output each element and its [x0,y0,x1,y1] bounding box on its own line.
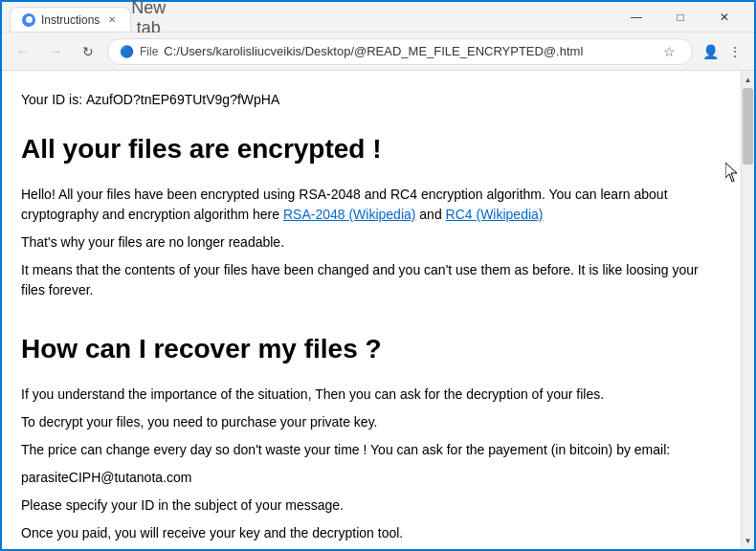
browser-window: Instructions ✕ New tab — □ ✕ ← → ↻ 🔵 Fil… [0,0,756,551]
bookmark-button[interactable]: ☆ [657,40,680,63]
profile-button[interactable]: 👤 [699,40,722,63]
forward-button[interactable]: → [42,38,69,65]
para-encryption: Hello! All your files have been encrypte… [21,185,722,225]
titlebar: Instructions ✕ New tab — □ ✕ [2,2,754,33]
tab-favicon [22,13,35,27]
scroll-up-arrow[interactable]: ▲ [742,73,755,86]
content-wrapper: Your ID is: AzufOD?tnEP69TUtV9g?fWpHA Al… [2,71,754,549]
browser-action-buttons: 👤 ⋮ [699,40,746,63]
para-paid: Once you paid, you will receive your key… [21,523,722,543]
tab-close-button[interactable]: ✕ [105,13,119,27]
para-purchase: To decrypt your files, you need to purch… [21,412,722,432]
back-button[interactable]: ← [10,38,36,65]
tab-label: Instructions [41,13,100,27]
window-controls: — □ ✕ [614,2,746,33]
address-url: C:/Users/karolisliucveikis/Desktop/@READ… [164,44,652,58]
address-file-label: File [140,45,158,58]
page-content: Your ID is: AzufOD?tnEP69TUtV9g?fWpHA Al… [2,71,741,549]
rc4-wikipedia-link[interactable]: RC4 (Wikipedia) [446,207,544,222]
address-scheme-icon: 🔵 [120,45,134,58]
main-heading: All your files are encrypted ! [21,129,722,169]
para-email: parasiteCIPH@tutanota.com [21,468,722,488]
your-id-label: Your ID is: [21,92,82,107]
para1-mid: and [419,207,445,222]
para-readable: That's why your files are no longer read… [21,232,722,253]
scroll-track[interactable] [742,88,754,532]
close-button[interactable]: ✕ [702,2,746,33]
para-means: It means that the contents of your files… [21,260,722,300]
address-actions: ☆ [657,40,680,63]
active-tab[interactable]: Instructions ✕ [10,7,131,32]
tab-bar: Instructions ✕ New tab [10,2,614,32]
maximize-button[interactable]: □ [658,2,702,33]
menu-button[interactable]: ⋮ [723,40,746,63]
your-id-value: AzufOD?tnEP69TUtV9g?fWpHA [86,92,279,107]
recover-heading: How can I recover my files ? [21,329,722,369]
para-specify: Please specify your ID in the subject of… [21,496,722,516]
para-price: The price can change every day so don't … [21,440,722,460]
scrollbar[interactable]: ▲ ▼ [741,71,754,549]
scroll-down-arrow[interactable]: ▼ [742,534,755,547]
para-understand: If you understand the importance of the … [21,385,722,405]
scroll-thumb[interactable] [743,88,753,165]
minimize-button[interactable]: — [614,2,658,33]
refresh-button[interactable]: ↻ [75,38,101,65]
address-bar: ← → ↻ 🔵 File C:/Users/karolisliucveikis/… [2,33,754,71]
your-id-line: Your ID is: AzufOD?tnEP69TUtV9g?fWpHA [21,90,722,110]
address-box[interactable]: 🔵 File C:/Users/karolisliucveikis/Deskto… [107,38,693,65]
rsa-wikipedia-link[interactable]: RSA-2048 (Wikipedia) [283,207,416,222]
new-tab-button[interactable]: New tab [135,5,162,32]
